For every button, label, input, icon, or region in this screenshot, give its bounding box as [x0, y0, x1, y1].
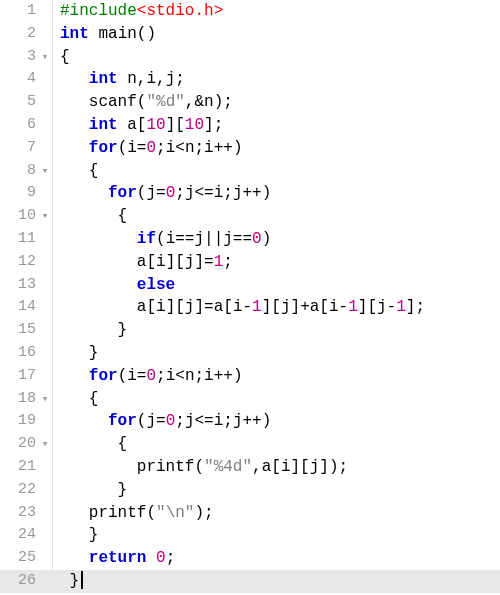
code-line[interactable]: 20▾ { — [0, 433, 500, 456]
gutter-divider — [52, 274, 60, 297]
token-plain — [60, 184, 108, 202]
token-plain — [60, 139, 89, 157]
code-line[interactable]: 14 a[i][j]=a[i-1][j]+a[i-1][j-1]; — [0, 296, 500, 319]
code-line[interactable]: 7 for(i=0;i<n;i++) — [0, 137, 500, 160]
code-content[interactable]: printf("%4d",a[i][j]); — [60, 456, 500, 479]
token-punc: ( — [156, 230, 166, 248]
code-content[interactable]: int main() — [60, 23, 500, 46]
token-id: a — [262, 458, 272, 476]
code-line[interactable]: 24 } — [0, 524, 500, 547]
code-content[interactable]: } — [60, 479, 500, 502]
token-punc: ( — [118, 139, 128, 157]
code-content[interactable]: for(j=0;j<=i;j++) — [60, 182, 500, 205]
token-punc: ( — [194, 458, 204, 476]
code-content[interactable]: { — [60, 433, 500, 456]
token-plain — [60, 504, 89, 522]
token-punc: ; — [223, 412, 233, 430]
token-plain — [60, 230, 137, 248]
code-line[interactable]: 15 } — [0, 319, 500, 342]
code-content[interactable]: for(j=0;j<=i;j++) — [60, 410, 500, 433]
fold-toggle — [38, 547, 52, 570]
token-punc: ][ — [290, 458, 309, 476]
code-line[interactable]: 19 for(j=0;j<=i;j++) — [0, 410, 500, 433]
line-number: 8 — [0, 160, 38, 183]
fold-toggle — [38, 182, 52, 205]
code-line[interactable]: 16 } — [0, 342, 500, 365]
token-num: 1 — [252, 298, 262, 316]
line-number: 23 — [0, 502, 38, 525]
code-content[interactable]: { — [60, 388, 500, 411]
token-plain — [60, 435, 118, 453]
line-number: 22 — [0, 479, 38, 502]
fold-toggle[interactable]: ▾ — [38, 46, 52, 69]
fold-toggle[interactable]: ▾ — [38, 388, 52, 411]
gutter-divider — [52, 433, 60, 456]
token-punc: ; — [156, 139, 166, 157]
code-line[interactable]: 9 for(j=0;j<=i;j++) — [0, 182, 500, 205]
code-content[interactable]: } — [60, 524, 500, 547]
code-line[interactable]: 8▾ { — [0, 160, 500, 183]
token-op: ++ — [214, 367, 233, 385]
code-content[interactable]: else — [60, 274, 500, 297]
code-content[interactable]: a[i][j]=1; — [60, 251, 500, 274]
code-line[interactable]: 2int main() — [0, 23, 500, 46]
code-content[interactable]: int a[10][10]; — [60, 114, 500, 137]
code-content[interactable]: } — [60, 570, 500, 593]
code-content[interactable]: int n,i,j; — [60, 68, 500, 91]
gutter-divider — [52, 365, 60, 388]
gutter-divider — [52, 296, 60, 319]
line-number: 4 — [0, 68, 38, 91]
code-line[interactable]: 6 int a[10][10]; — [0, 114, 500, 137]
token-pp: #include — [60, 2, 137, 20]
code-content[interactable]: { — [60, 160, 500, 183]
token-punc: [ — [271, 458, 281, 476]
token-plain — [118, 116, 128, 134]
code-line[interactable]: 3▾{ — [0, 46, 500, 69]
code-line[interactable]: 17 for(i=0;i<n;i++) — [0, 365, 500, 388]
line-number: 26 — [0, 570, 38, 593]
code-line[interactable]: 26 } — [0, 570, 500, 593]
token-punc: ][ — [166, 116, 185, 134]
token-id: i — [166, 139, 176, 157]
token-plain — [60, 162, 89, 180]
token-id: i — [214, 412, 224, 430]
code-line[interactable]: 1#include<stdio.h> — [0, 0, 500, 23]
code-line[interactable]: 22 } — [0, 479, 500, 502]
code-content[interactable]: { — [60, 205, 500, 228]
code-content[interactable]: { — [60, 46, 500, 69]
code-line[interactable]: 25 return 0; — [0, 547, 500, 570]
token-punc: ( — [118, 367, 128, 385]
code-line[interactable]: 10▾ { — [0, 205, 500, 228]
code-content[interactable]: } — [60, 342, 500, 365]
code-content[interactable]: for(i=0;i<n;i++) — [60, 365, 500, 388]
code-content[interactable]: a[i][j]=a[i-1][j]+a[i-1][j-1]; — [60, 296, 500, 319]
code-content[interactable]: for(i=0;i<n;i++) — [60, 137, 500, 160]
gutter-divider — [52, 251, 60, 274]
fold-toggle — [38, 502, 52, 525]
code-line[interactable]: 5 scanf("%d",&n); — [0, 91, 500, 114]
code-editor[interactable]: 1#include<stdio.h>2int main()3▾{4 int n,… — [0, 0, 500, 595]
code-line[interactable]: 13 else — [0, 274, 500, 297]
code-content[interactable]: } — [60, 319, 500, 342]
code-line[interactable]: 21 printf("%4d",a[i][j]); — [0, 456, 500, 479]
token-plain — [60, 253, 137, 271]
code-line[interactable]: 4 int n,i,j; — [0, 68, 500, 91]
code-line[interactable]: 11 if(i==j||j==0) — [0, 228, 500, 251]
fold-toggle — [38, 137, 52, 160]
code-line[interactable]: 18▾ { — [0, 388, 500, 411]
fold-toggle[interactable]: ▾ — [38, 160, 52, 183]
code-content[interactable]: printf("\n"); — [60, 502, 500, 525]
token-id: j — [377, 298, 387, 316]
code-line[interactable]: 23 printf("\n"); — [0, 502, 500, 525]
fold-toggle — [38, 251, 52, 274]
fold-toggle — [38, 342, 52, 365]
fold-toggle[interactable]: ▾ — [38, 205, 52, 228]
fold-toggle[interactable]: ▾ — [38, 433, 52, 456]
code-content[interactable]: return 0; — [60, 547, 500, 570]
code-content[interactable]: if(i==j||j==0) — [60, 228, 500, 251]
code-line[interactable]: 12 a[i][j]=1; — [0, 251, 500, 274]
code-content[interactable]: scanf("%d",&n); — [60, 91, 500, 114]
token-punc: { — [89, 162, 99, 180]
token-fn: scanf — [89, 93, 137, 111]
code-content[interactable]: #include<stdio.h> — [60, 0, 500, 23]
